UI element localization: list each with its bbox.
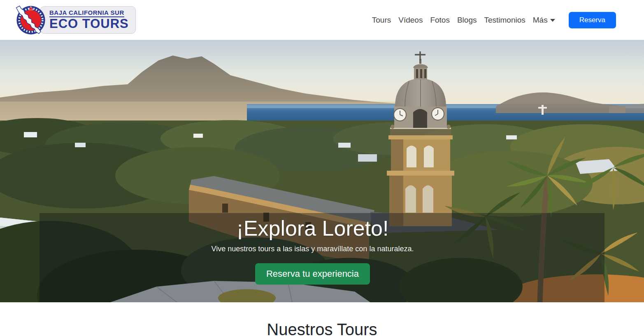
hero-subtitle: Vive nuestros tours a las islas y maraví… bbox=[212, 245, 414, 253]
nav-item-mas[interactable]: Más bbox=[529, 12, 559, 28]
nav-item-testimonios[interactable]: Testimonios bbox=[480, 12, 529, 28]
nav-item-tours[interactable]: Tours bbox=[368, 12, 395, 28]
nav-item-blogs[interactable]: Blogs bbox=[453, 12, 481, 28]
hero-title: ¡Explora Loreto! bbox=[237, 216, 389, 241]
reserva-button[interactable]: Reserva bbox=[569, 12, 616, 28]
hero-cta-button[interactable]: Reserva tu experiencia bbox=[255, 263, 370, 285]
tours-section: Nuestros Tours bbox=[0, 302, 644, 336]
hero-banner: ¡Explora Loreto! Vive nuestros tours a l… bbox=[0, 40, 644, 302]
main-nav: Tours Vídeos Fotos Blogs Testimonios Más… bbox=[368, 12, 616, 28]
brand-logo[interactable]: BAJA CALIFORNIA SUR ECO TOURS bbox=[14, 4, 136, 37]
top-navbar: BAJA CALIFORNIA SUR ECO TOURS Tours Víde… bbox=[0, 0, 644, 40]
hero-caption-overlay: ¡Explora Loreto! Vive nuestros tours a l… bbox=[40, 213, 604, 302]
brand-line1: BAJA CALIFORNIA SUR bbox=[49, 9, 124, 17]
nav-item-videos[interactable]: Vídeos bbox=[395, 12, 426, 28]
brand-wordmark: BAJA CALIFORNIA SUR ECO TOURS bbox=[40, 6, 136, 34]
brand-line2: ECO TOURS bbox=[49, 17, 129, 31]
brand-emblem-icon bbox=[14, 4, 47, 37]
nav-item-fotos[interactable]: Fotos bbox=[426, 12, 453, 28]
tours-section-heading: Nuestros Tours bbox=[0, 320, 644, 336]
chevron-down-icon bbox=[550, 19, 555, 22]
